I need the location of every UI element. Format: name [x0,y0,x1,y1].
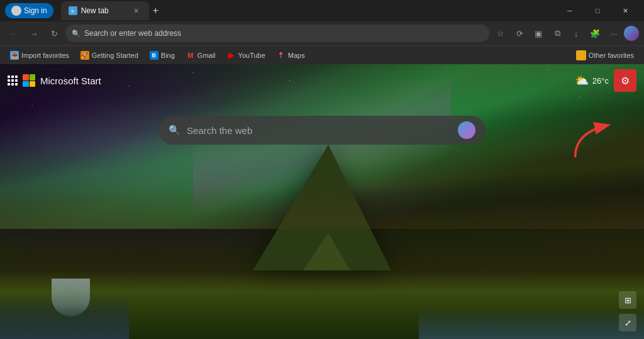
grid-dot [11,83,14,86]
minimize-button[interactable]: ─ [556,1,584,21]
new-tab-top-bar: Microsoft Start ⛅ 26°c ⚙ [0,64,644,97]
temperature-label: 26°c [592,76,609,86]
search-bar-icon: 🔍 [169,125,180,136]
grid-dot [11,79,14,82]
bookmark-label: Import favorites [21,52,69,59]
bookmark-label: Maps [288,52,305,59]
bookmark-import-favorites[interactable]: 📥 Import favorites [5,48,74,62]
sign-in-label: Sign in [24,6,47,15]
youtube-icon: ▶ [227,51,236,60]
tab-close-button[interactable]: ✕ [131,6,142,16]
import-favorites-icon: 📥 [10,51,19,60]
bookmark-label: Bing [161,52,175,59]
downloads-button[interactable]: ↓ [567,25,585,42]
grid-menu-icon[interactable] [8,75,18,86]
other-favorites-icon [576,50,586,60]
tab-bar: e New tab ✕ + [61,1,553,20]
getting-started-icon: 🚀 [80,51,89,60]
grid-dot [15,83,18,86]
page-title: Microsoft Start [40,75,101,86]
tab-title: New tab [81,6,109,15]
forward-button[interactable]: → [25,25,43,42]
split-screen-button[interactable]: ⧉ [548,25,566,42]
maps-icon: 📍 [277,51,286,60]
search-icon: 🔍 [72,30,80,38]
bing-copilot-icon [458,121,475,139]
bookmark-bing[interactable]: B Bing [145,48,180,62]
feedback-button[interactable]: ⊞ [619,291,636,309]
collections-button[interactable]: ▣ [530,25,547,42]
browser-window: Sign in e New tab ✕ + ─ □ ✕ ← → ↻ 🔍 Sear… [0,0,644,339]
main-content: Microsoft Start ⛅ 26°c ⚙ 🔍 Search the we… [0,64,644,339]
logo-area: Microsoft Start [8,74,101,87]
refresh-icon-button[interactable]: ⟳ [511,25,528,42]
grid-dot [15,79,18,82]
sign-in-button[interactable]: Sign in [5,3,53,18]
active-tab[interactable]: e New tab ✕ [61,1,149,20]
logo-quadrant-blue [23,81,29,87]
grid-dot [11,75,14,78]
weather-widget[interactable]: ⛅ 26°c [575,74,609,87]
weather-icon: ⛅ [575,74,589,87]
grid-dot [8,83,10,86]
navigation-bar: ← → ↻ 🔍 Search or enter web address ☆ ⟳ … [0,21,644,45]
tab-favicon: e [69,6,77,15]
back-button[interactable]: ← [5,25,23,42]
grid-dot [8,75,10,78]
window-controls: ─ □ ✕ [556,1,639,21]
grid-dot [15,75,18,78]
bottom-icons: ⊞ ⤢ [619,291,636,331]
gmail-icon: M [186,51,195,60]
refresh-button[interactable]: ↻ [45,25,63,42]
logo-quadrant-yellow [30,81,36,87]
other-favorites-label: Other favorites [589,52,634,59]
bookmark-gmail[interactable]: M Gmail [181,48,221,62]
expand-button[interactable]: ⤢ [619,314,636,331]
maximize-button[interactable]: □ [584,1,611,21]
bing-icon: B [150,51,158,60]
bookmark-label: Getting Started [92,52,138,59]
microsoft-logo [23,74,35,87]
grid-dot [8,79,10,82]
bookmark-label: YouTube [238,52,265,59]
new-tab-page: Microsoft Start ⛅ 26°c ⚙ 🔍 Search the we… [0,64,644,339]
bookmark-label: Gmail [197,52,216,59]
logo-quadrant-red [23,74,29,81]
title-bar: Sign in e New tab ✕ + ─ □ ✕ [0,0,644,21]
close-button[interactable]: ✕ [611,1,639,21]
search-bar[interactable]: 🔍 Search the web [158,116,486,145]
address-text: Search or enter web address [84,29,483,38]
page-settings-button[interactable]: ⚙ [614,69,636,92]
favorites-icon-button[interactable]: ☆ [492,25,509,42]
bookmarks-bar: 📥 Import favorites 🚀 Getting Started B B… [0,45,644,64]
profile-avatar[interactable] [624,26,639,41]
more-menu-button[interactable]: ··· [605,25,623,42]
profile-icon-small [11,6,21,16]
search-area: 🔍 Search the web [0,116,644,145]
search-placeholder: Search the web [187,125,452,136]
extensions-button[interactable]: 🧩 [586,25,604,42]
address-bar[interactable]: 🔍 Search or enter web address [65,25,489,42]
new-tab-button[interactable]: + [149,5,162,16]
bookmark-maps[interactable]: 📍 Maps [272,48,310,62]
bookmark-getting-started[interactable]: 🚀 Getting Started [75,48,143,62]
nav-right-icons: ☆ ⟳ ▣ ⧉ ↓ 🧩 ··· [492,25,639,42]
top-bar-right: ⛅ 26°c ⚙ [575,69,636,92]
bookmark-youtube[interactable]: ▶ YouTube [222,48,270,62]
logo-quadrant-green [30,74,36,81]
other-favorites[interactable]: Other favorites [571,49,639,62]
